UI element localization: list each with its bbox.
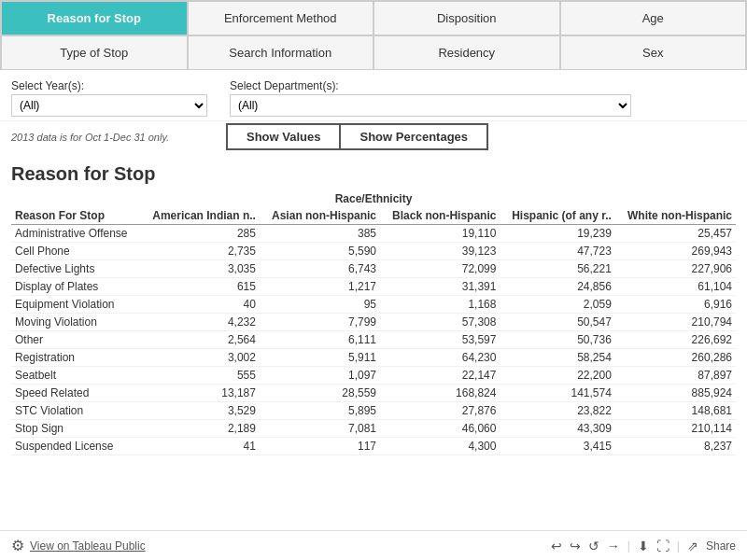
redo-button[interactable]: ↪ [570, 539, 581, 553]
table-row: Administrative Offense28538519,11019,239… [11, 225, 736, 243]
section-title: Reason for Stop [11, 163, 736, 185]
cell-4-1: 40 [140, 296, 260, 314]
cell-5-0: Moving Violation [11, 314, 140, 331]
year-control: Select Year(s): (All) [11, 79, 207, 117]
cell-8-2: 1,097 [260, 367, 380, 385]
race-ethnicity-header: Race/Ethnicity [11, 192, 736, 207]
download-button[interactable]: ⬇ [638, 539, 649, 553]
cell-3-1: 615 [140, 278, 260, 296]
cell-1-3: 39,123 [380, 243, 500, 260]
cell-11-1: 2,189 [140, 420, 260, 438]
cell-1-4: 47,723 [500, 243, 614, 260]
tab-search-information[interactable]: Search Information [188, 35, 374, 70]
cell-10-4: 23,822 [500, 402, 614, 420]
revert-button[interactable]: ↺ [588, 539, 599, 553]
table-row: Suspended License411174,3003,4158,237 [11, 438, 736, 455]
cell-6-5: 226,692 [615, 331, 736, 349]
department-label: Select Department(s): [230, 79, 631, 92]
tab-enforcement-method[interactable]: Enforcement Method [188, 1, 374, 35]
cell-2-0: Defective Lights [11, 260, 140, 278]
cell-9-0: Speed Related [11, 385, 140, 402]
cell-7-5: 260,286 [615, 349, 736, 367]
forward-button[interactable]: → [607, 539, 620, 553]
tabs-container: Reason for Stop Enforcement Method Dispo… [0, 0, 747, 70]
cell-8-4: 22,200 [500, 367, 614, 385]
cell-4-5: 6,916 [615, 296, 736, 314]
year-select[interactable]: (All) [11, 94, 207, 117]
footer-left: ⚙ View on Tableau Public [11, 537, 146, 554]
show-percentages-button[interactable]: Show Percentages [340, 123, 488, 150]
cell-0-2: 385 [260, 225, 380, 243]
table-row: Other2,5646,11153,59750,736226,692 [11, 331, 736, 349]
cell-11-4: 43,309 [500, 420, 614, 438]
cell-0-4: 19,239 [500, 225, 614, 243]
cell-12-4: 3,415 [500, 438, 614, 455]
col-header-1: American Indian n.. [140, 207, 260, 225]
cell-7-1: 3,002 [140, 349, 260, 367]
undo-button[interactable]: ↩ [551, 539, 562, 553]
cell-2-5: 227,906 [615, 260, 736, 278]
table-row: Speed Related13,18728,559168,824141,5748… [11, 385, 736, 402]
cell-0-1: 285 [140, 225, 260, 243]
cell-5-2: 7,799 [260, 314, 380, 331]
year-label: Select Year(s): [11, 79, 207, 92]
controls-row: Select Year(s): (All) Select Department(… [0, 70, 747, 121]
cell-1-1: 2,735 [140, 243, 260, 260]
cell-12-3: 4,300 [380, 438, 500, 455]
cell-7-0: Registration [11, 349, 140, 367]
cell-4-3: 1,168 [380, 296, 500, 314]
cell-4-2: 95 [260, 296, 380, 314]
tab-type-of-stop[interactable]: Type of Stop [1, 35, 188, 70]
tab-residency[interactable]: Residency [374, 35, 560, 70]
table-row: Equipment Violation40951,1682,0596,916 [11, 296, 736, 314]
cell-10-2: 5,895 [260, 402, 380, 420]
cell-12-5: 8,237 [615, 438, 736, 455]
tab-reason-for-stop[interactable]: Reason for Stop [1, 1, 188, 35]
show-buttons: Show Values Show Percentages [226, 123, 488, 150]
col-header-3: Black non-Hispanic [380, 207, 500, 225]
col-header-5: White non-Hispanic [615, 207, 736, 225]
department-select[interactable]: (All) [230, 94, 631, 117]
share-label: Share [706, 539, 736, 553]
show-values-button[interactable]: Show Values [226, 123, 340, 150]
cell-1-5: 269,943 [615, 243, 736, 260]
cell-5-1: 4,232 [140, 314, 260, 331]
share-button[interactable]: ⇗ [687, 539, 698, 553]
col-header-2: Asian non-Hispanic [260, 207, 380, 225]
cell-3-0: Display of Plates [11, 278, 140, 296]
department-control: Select Department(s): (All) [230, 79, 631, 117]
cell-9-1: 13,187 [140, 385, 260, 402]
footer: ⚙ View on Tableau Public ↩ ↪ ↺ → | ⬇ ⛶ |… [0, 530, 747, 560]
cell-11-5: 210,114 [615, 420, 736, 438]
cell-11-3: 46,060 [380, 420, 500, 438]
cell-0-5: 25,457 [615, 225, 736, 243]
table-row: Stop Sign2,1897,08146,06043,309210,114 [11, 420, 736, 438]
cell-5-3: 57,308 [380, 314, 500, 331]
cell-8-5: 87,897 [615, 367, 736, 385]
cell-4-4: 2,059 [500, 296, 614, 314]
cell-10-5: 148,681 [615, 402, 736, 420]
fullscreen-button[interactable]: ⛶ [656, 539, 669, 553]
cell-9-5: 885,924 [615, 385, 736, 402]
tab-sex[interactable]: Sex [560, 35, 747, 70]
cell-7-4: 58,254 [500, 349, 614, 367]
cell-0-0: Administrative Offense [11, 225, 140, 243]
view-on-tableau-link[interactable]: View on Tableau Public [30, 539, 146, 553]
cell-6-1: 2,564 [140, 331, 260, 349]
cell-5-4: 50,547 [500, 314, 614, 331]
table-row: Moving Violation4,2327,79957,30850,54721… [11, 314, 736, 331]
col-header-0: Reason For Stop [11, 207, 140, 225]
cell-11-2: 7,081 [260, 420, 380, 438]
table-row: Seatbelt5551,09722,14722,20087,897 [11, 367, 736, 385]
cell-7-2: 5,911 [260, 349, 380, 367]
cell-6-0: Other [11, 331, 140, 349]
tab-age[interactable]: Age [560, 1, 747, 35]
tab-disposition[interactable]: Disposition [374, 1, 560, 35]
data-table: Race/Ethnicity Reason For StopAmerican I… [11, 192, 736, 455]
cell-3-3: 31,391 [380, 278, 500, 296]
cell-10-3: 27,876 [380, 402, 500, 420]
cell-3-4: 24,856 [500, 278, 614, 296]
cell-2-4: 56,221 [500, 260, 614, 278]
cell-1-0: Cell Phone [11, 243, 140, 260]
cell-6-2: 6,111 [260, 331, 380, 349]
